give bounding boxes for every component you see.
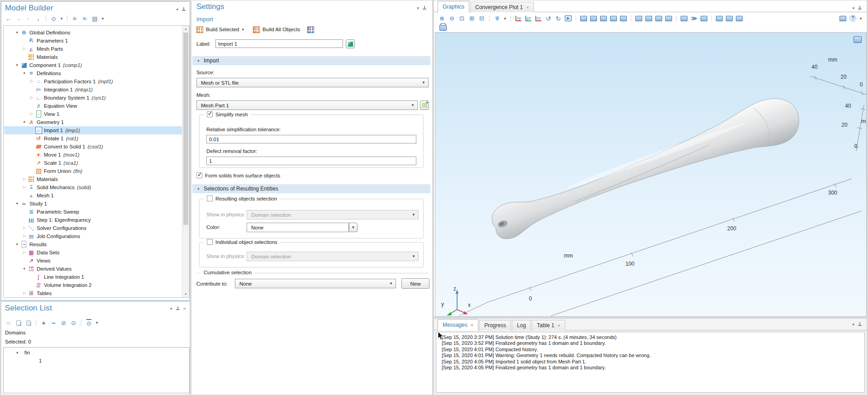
select-box-icon[interactable] xyxy=(634,14,643,23)
tree-item-definitions[interactable]: ▸Definitions xyxy=(4,69,182,77)
expander-icon[interactable]: ▸ xyxy=(14,349,21,356)
mesh-select[interactable]: Mesh Part 1▼ xyxy=(196,100,418,110)
individual-objects-checkbox[interactable] xyxy=(207,239,213,245)
color-dropdown-arrow-button[interactable]: ▼ xyxy=(349,223,358,232)
tree-item-line-integration-1[interactable]: Line Integration 1 xyxy=(4,273,182,281)
panel-menu-icon[interactable]: ▾ xyxy=(170,307,172,311)
copy-icon[interactable] xyxy=(14,319,23,327)
hide-selected-icon[interactable] xyxy=(715,14,724,23)
tab-messages[interactable]: Messages× xyxy=(438,319,478,330)
selection-group-row[interactable]: ▸ fin xyxy=(14,350,30,355)
color-select[interactable]: None xyxy=(247,223,349,232)
tree-item-solid-mechanics[interactable]: ▷Solid Mechanics(solid) xyxy=(4,183,182,191)
tree-item-component-1[interactable]: ▸Component 1(comp1) xyxy=(4,61,182,69)
help-icon[interactable] xyxy=(849,14,857,23)
dd-icon[interactable] xyxy=(59,14,64,23)
tree-item-parameters-1[interactable]: Parameters 1 xyxy=(4,37,182,45)
movie-icon[interactable] xyxy=(564,14,572,23)
default-view-icon[interactable] xyxy=(493,14,501,23)
forward-icon[interactable] xyxy=(14,14,23,23)
chevron-down-icon[interactable]: ▾ xyxy=(242,27,244,32)
selection-listbox[interactable]: ▸ fin 1 xyxy=(3,347,190,393)
rotate-cw-icon[interactable] xyxy=(554,14,563,23)
expander-icon[interactable]: ▷ xyxy=(29,94,35,102)
zoom-box-icon[interactable] xyxy=(458,14,466,23)
yz-view-icon[interactable] xyxy=(524,14,533,23)
tree-item-integration-1[interactable]: Integration 1(intop1) xyxy=(4,86,182,94)
show-icon[interactable] xyxy=(49,14,58,23)
expander-icon[interactable]: ▷ xyxy=(21,45,28,53)
tree-scrollbar[interactable]: ▲ ▼ xyxy=(182,26,189,297)
show-sel-icon[interactable] xyxy=(69,319,78,327)
print-icon[interactable] xyxy=(439,24,447,31)
label-input[interactable] xyxy=(215,39,343,48)
rotate-ccw-icon[interactable] xyxy=(544,14,553,23)
expander-icon[interactable]: ▷ xyxy=(21,224,28,232)
tree-item-solver-configurations[interactable]: ▷Solver Configurations xyxy=(4,224,182,232)
expander-icon[interactable]: ▷ xyxy=(21,175,28,183)
dd-icon[interactable] xyxy=(100,14,105,23)
tree-item-equation-view[interactable]: Equation View xyxy=(4,102,182,110)
tree-item-form-union[interactable]: Form Union(fin) xyxy=(4,167,182,175)
zoom-extents-icon[interactable] xyxy=(467,14,476,23)
tree-item-mesh-parts[interactable]: ▷Mesh Parts xyxy=(4,45,182,53)
tree-item-rotate-1[interactable]: Rotate 1(rot1) xyxy=(4,134,182,143)
new-mesh-part-button[interactable] xyxy=(420,100,429,110)
tree-item-boundary-system-1[interactable]: ▷Boundary System 1(sys1) xyxy=(4,94,182,102)
xy-view-icon[interactable] xyxy=(514,14,523,23)
tree-item-views[interactable]: Views xyxy=(4,257,182,265)
panel-menu-icon[interactable]: ▾ xyxy=(176,8,178,12)
dd-icon[interactable] xyxy=(95,319,99,327)
expand-all-icon[interactable] xyxy=(81,14,89,23)
move-up-icon[interactable] xyxy=(24,14,33,23)
build-selected-button[interactable]: Build Selected xyxy=(206,27,239,32)
zoom-selected-icon[interactable] xyxy=(477,14,486,23)
create-selection-button[interactable] xyxy=(346,39,355,48)
tree-item-data-sets[interactable]: ▷Data Sets xyxy=(4,248,182,257)
go-to-node-icon[interactable] xyxy=(91,14,99,23)
panel-menu-icon[interactable]: ▾ xyxy=(417,6,419,10)
tree-item-parametric-sweep[interactable]: Parametric Sweep xyxy=(4,208,182,216)
section-header-selections[interactable]: ▼ Selections of Resulting Entities xyxy=(192,184,430,193)
tree-item-materials[interactable]: ▷Materials xyxy=(4,175,182,183)
tree-item-results[interactable]: ▸Results xyxy=(4,240,182,248)
scroll-up-icon[interactable]: ▲ xyxy=(182,26,189,32)
tree-item-import-1[interactable]: Import 1(imp1) xyxy=(4,126,182,134)
pin-icon[interactable] xyxy=(422,6,427,10)
resulting-objects-checkbox[interactable] xyxy=(207,196,213,201)
new-cumulative-selection-button[interactable]: New xyxy=(401,278,429,289)
rel-tolerance-input[interactable] xyxy=(206,135,416,143)
remove-icon[interactable] xyxy=(49,319,58,327)
tab-log[interactable]: Log xyxy=(512,320,531,330)
tree-item-materials[interactable]: Materials xyxy=(4,53,182,61)
transparency-icon[interactable] xyxy=(589,14,598,23)
graphics-quick-access-icon[interactable] xyxy=(854,36,862,43)
zoom-selection-icon[interactable] xyxy=(664,14,673,23)
wireframe-icon[interactable] xyxy=(619,14,628,23)
expander-icon[interactable]: ▷ xyxy=(29,110,35,118)
tree-item-job-configurations[interactable]: ▷Job Configurations xyxy=(4,232,182,240)
windows-icon[interactable] xyxy=(839,14,847,23)
clip-plane-icon[interactable] xyxy=(735,14,744,23)
deselect-icon[interactable] xyxy=(654,14,663,23)
pin-icon[interactable] xyxy=(858,322,862,327)
hide-icon[interactable] xyxy=(59,319,68,327)
expander-icon[interactable]: ▷ xyxy=(21,232,28,240)
add-icon[interactable] xyxy=(39,319,48,327)
material-color-icon[interactable] xyxy=(609,14,618,23)
form-solids-checkbox[interactable] xyxy=(196,172,202,178)
close-icon[interactable]: × xyxy=(183,307,186,311)
pin-icon[interactable] xyxy=(176,306,180,311)
scene-light-icon[interactable] xyxy=(579,14,588,23)
pin-icon[interactable] xyxy=(181,7,186,12)
close-tab-icon[interactable]: × xyxy=(526,5,529,10)
tab-progress[interactable]: Progress xyxy=(479,320,511,330)
zoom-out-icon[interactable] xyxy=(448,14,456,23)
expander-icon[interactable]: ▷ xyxy=(21,183,28,191)
tree-item-derived-values[interactable]: ▸Derived Values xyxy=(4,265,182,273)
dd-icon[interactable] xyxy=(858,14,863,23)
tree-item-scale-1[interactable]: Scale 1(sca1) xyxy=(4,159,182,167)
tree-item-geometry-1[interactable]: ▸Geometry 1 xyxy=(4,118,182,126)
expander-icon[interactable]: ▷ xyxy=(21,289,28,297)
dd-icon[interactable] xyxy=(503,14,507,23)
